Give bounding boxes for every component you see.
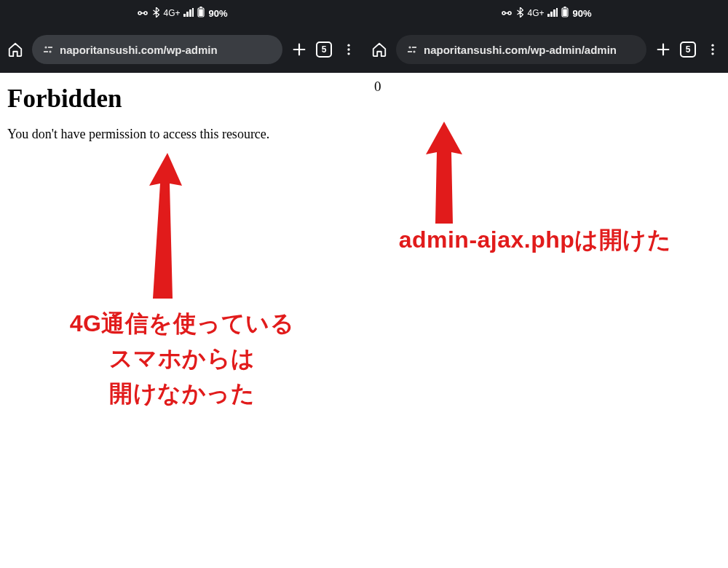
- right-browser-chrome: 4G+ 90% naporitansushi.com/wp-admin/admi…: [364, 0, 728, 73]
- svg-point-5: [49, 50, 51, 52]
- svg-rect-14: [412, 47, 416, 48]
- home-button[interactable]: [7, 42, 23, 58]
- annotation-left-line3: 開けなかった: [22, 376, 342, 411]
- svg-rect-2: [199, 9, 204, 17]
- status-bar-left: 4G+ 90%: [0, 0, 364, 26]
- url-text-left: naporitansushi.com/wp-admin: [60, 44, 218, 56]
- annotation-left-line2: スマホからは: [22, 341, 342, 376]
- svg-point-7: [347, 44, 349, 47]
- battery-percent: 90%: [572, 8, 591, 19]
- browser-toolbar-right: naporitansushi.com/wp-admin/admin 5: [364, 29, 728, 70]
- network-label: 4G+: [163, 8, 180, 18]
- url-text-right: naporitansushi.com/wp-admin/admin: [424, 44, 617, 56]
- signal-icon: [183, 8, 194, 19]
- vpn-icon: [136, 8, 149, 19]
- tab-switcher-button[interactable]: 5: [680, 42, 696, 58]
- tab-switcher-button[interactable]: 5: [316, 42, 332, 58]
- home-button[interactable]: [371, 42, 387, 58]
- new-tab-button[interactable]: [291, 42, 307, 58]
- svg-point-13: [408, 46, 411, 48]
- site-settings-icon: [406, 44, 418, 55]
- battery-icon: [197, 7, 205, 20]
- svg-point-3: [44, 46, 47, 48]
- svg-point-8: [347, 48, 349, 50]
- status-bar-right: 4G+ 90%: [364, 0, 728, 26]
- svg-point-15: [413, 50, 415, 52]
- left-browser-chrome: 4G+ 90% naporitansushi.com/wp-admin: [0, 0, 364, 73]
- browser-toolbar-left: naporitansushi.com/wp-admin 5: [0, 29, 364, 70]
- address-bar-left[interactable]: naporitansushi.com/wp-admin: [32, 35, 282, 64]
- svg-point-19: [711, 52, 713, 55]
- signal-icon: [547, 8, 558, 19]
- right-page-content: 0: [364, 73, 728, 100]
- annotation-left-line1: 4G通信を使っている: [22, 306, 342, 341]
- forbidden-heading: Forbidden: [7, 84, 357, 114]
- battery-percent: 90%: [208, 8, 227, 19]
- svg-point-9: [347, 52, 349, 55]
- site-settings-icon: [42, 44, 54, 55]
- svg-point-18: [711, 48, 713, 50]
- svg-point-17: [711, 44, 713, 47]
- svg-rect-1: [200, 7, 202, 8]
- svg-rect-11: [564, 7, 566, 8]
- svg-rect-16: [408, 51, 412, 52]
- more-menu-button[interactable]: [705, 42, 721, 58]
- svg-rect-6: [44, 51, 48, 52]
- annotation-arrow-left: [127, 146, 193, 306]
- vpn-icon: [500, 8, 513, 19]
- forbidden-message: You don't have permission to access this…: [7, 127, 357, 142]
- more-menu-button[interactable]: [341, 42, 357, 58]
- bluetooth-icon: [517, 7, 523, 20]
- network-label: 4G+: [527, 8, 544, 18]
- response-body: 0: [374, 79, 721, 95]
- battery-icon: [561, 7, 569, 20]
- svg-rect-4: [48, 47, 52, 48]
- annotation-arrow-right: [415, 118, 473, 227]
- annotation-right: admin-ajax.phpは開けた: [346, 222, 724, 257]
- address-bar-right[interactable]: naporitansushi.com/wp-admin/admin: [396, 35, 646, 64]
- svg-rect-12: [563, 9, 568, 17]
- left-page-content: Forbidden You don't have permission to a…: [0, 73, 364, 148]
- new-tab-button[interactable]: [655, 42, 671, 58]
- browser-top-bars: 4G+ 90% naporitansushi.com/wp-admin: [0, 0, 728, 73]
- annotation-left: 4G通信を使っている スマホからは 開けなかった: [22, 306, 342, 411]
- bluetooth-icon: [153, 7, 159, 20]
